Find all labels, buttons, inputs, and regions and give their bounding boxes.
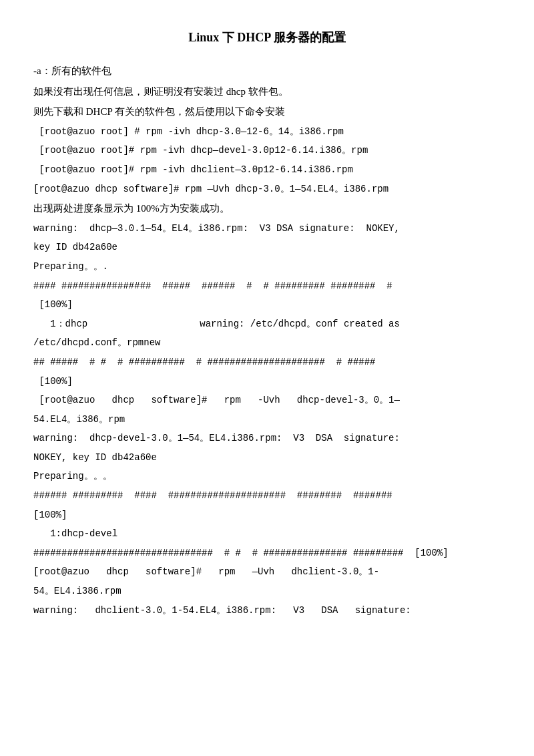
paragraph-p5: [root@azuo root]# rpm -ivh dhcp—devel-3.… bbox=[33, 142, 501, 160]
paragraph-p25: 1:dhcp-devel bbox=[33, 525, 501, 543]
paragraph-p16: ## ##### # # # ########## # ############… bbox=[33, 353, 501, 371]
page-title: Linux 下 DHCP 服务器的配置 bbox=[33, 27, 501, 48]
paragraph-p21: NOKEY, key ID db42a60e bbox=[33, 449, 501, 467]
paragraph-p27: [root@azuo dhcp software]# rpm —Uvh dhcl… bbox=[33, 563, 501, 581]
paragraph-p18: [root@azuo dhcp software]# rpm -Uvh dhcp… bbox=[33, 391, 501, 409]
paragraph-p3: 则先下载和 DHCP 有关的软件包，然后使用以下命令安装 bbox=[33, 102, 501, 122]
paragraph-p8: 出现两处进度条显示为 100%方为安装成功。 bbox=[33, 199, 501, 218]
paragraph-p11: Preparing。。. bbox=[33, 258, 501, 276]
paragraph-p1: -a：所有的软件包 bbox=[33, 61, 501, 81]
content-area: -a：所有的软件包 如果没有出现任何信息，则证明没有安装过 dhcp 软件包。 … bbox=[33, 61, 501, 619]
paragraph-p15: /etc/dhcpd.conf。rpmnew bbox=[33, 334, 501, 352]
paragraph-p4: [root@azuo root] # rpm -ivh dhcp-3.0—12-… bbox=[33, 123, 501, 141]
paragraph-p6: [root@azuo root]# rpm -ivh dhclient—3.0p… bbox=[33, 161, 501, 179]
paragraph-p28: 54。EL4.i386.rpm bbox=[33, 582, 501, 600]
paragraph-p19: 54.EL4。i386。rpm bbox=[33, 411, 501, 429]
paragraph-p10: key ID db42a60e bbox=[33, 238, 501, 256]
paragraph-p9: warning: dhcp—3.0.1—54。EL4。i386.rpm: V3 … bbox=[33, 220, 501, 238]
paragraph-p29: warning: dhclient-3.0。1-54.EL4。i386.rpm:… bbox=[33, 602, 501, 620]
paragraph-p7: [root@azuo dhcp software]# rpm —Uvh dhcp… bbox=[33, 180, 501, 198]
paragraph-p24: [100%] bbox=[33, 506, 501, 524]
paragraph-p14: 1：dhcp warning: /etc/dhcpd。conf created … bbox=[33, 315, 501, 333]
paragraph-p13: [100%] bbox=[33, 296, 501, 314]
paragraph-p26: ################################ # # # #… bbox=[33, 544, 501, 562]
paragraph-p22: Preparing。。。 bbox=[33, 467, 501, 486]
paragraph-p2: 如果没有出现任何信息，则证明没有安装过 dhcp 软件包。 bbox=[33, 82, 501, 102]
paragraph-p17: [100%] bbox=[33, 373, 501, 391]
paragraph-p12: #### ################ ##### ###### # # #… bbox=[33, 277, 501, 295]
paragraph-p20: warning: dhcp-devel-3.0。1—54。EL4.i386.rp… bbox=[33, 429, 501, 447]
paragraph-p23: ###### ######### #### ##################… bbox=[33, 487, 501, 505]
